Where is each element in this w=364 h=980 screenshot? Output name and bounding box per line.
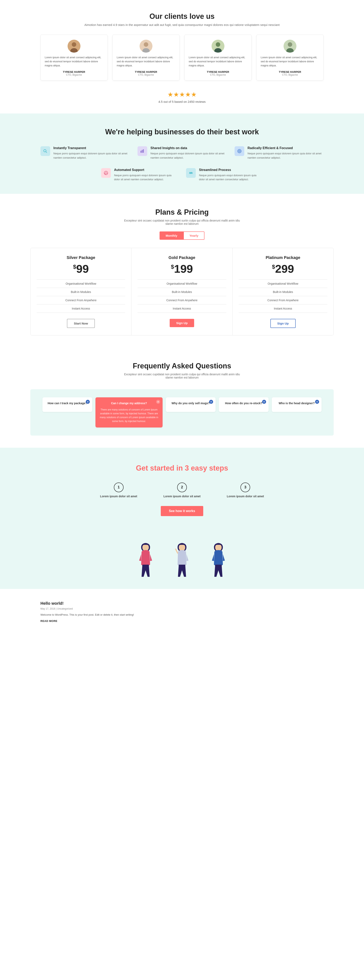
svg-rect-14 xyxy=(141,151,141,153)
step-text: Lorem ipsum dolor sit amet xyxy=(164,495,200,498)
testimonial-role: CTO, Bigacme xyxy=(45,73,103,76)
step-item: 2 Lorem ipsum dolor sit amet xyxy=(154,482,210,498)
testimonial-name: TYRESE HARPER xyxy=(189,70,247,73)
feature-text: Neque porro quisquam esqui dolorem ipsum… xyxy=(248,151,324,160)
pricing-features: Organisational Workflow Built-in Modules… xyxy=(37,279,125,313)
svg-rect-15 xyxy=(142,150,143,153)
plus-icon[interactable]: + xyxy=(156,400,160,404)
feature-item: Instant Access xyxy=(138,304,226,313)
helping-title: We're helping businesses do their best w… xyxy=(40,128,324,136)
feature-icon xyxy=(186,168,196,178)
feature-icon xyxy=(235,146,244,156)
person-avatar-3 xyxy=(208,540,229,577)
svg-point-10 xyxy=(288,42,292,47)
clients-section: Our clients love us Aimotion has earned … xyxy=(0,0,364,113)
feature-item: Built-in Modules xyxy=(138,288,226,296)
chart-icon xyxy=(140,149,145,154)
blog-section: Hello world! May 17, 2018 | Uncategorize… xyxy=(0,589,364,635)
feature-item: Organisational Workflow xyxy=(138,280,226,288)
pricing-title: Plans & Pricing xyxy=(30,208,334,216)
blog-post: Hello world! May 17, 2018 | Uncategorize… xyxy=(40,601,324,623)
feature-title: Streamlined Process xyxy=(199,168,263,172)
blog-post-meta: May 17, 2018 | Uncategorized xyxy=(40,607,324,611)
plus-icon[interactable]: + xyxy=(315,400,319,404)
faq-question: How can I track my package? xyxy=(46,401,89,406)
pricing-card-gold: Gold Package $199 Organisational Workflo… xyxy=(132,248,232,335)
testimonial-text: Lorem ipsum dolor sit amet consect adipi… xyxy=(45,56,103,68)
rating-text: 4.5 out of 5 based on 2450 reviews xyxy=(40,100,324,103)
step-item: 3 Lorem ipsum dolor sit amet xyxy=(218,482,273,498)
feature-item: Radically Efficient & Focused Neque porr… xyxy=(235,146,324,160)
faq-question: Why do you only sell mugs? xyxy=(169,401,212,406)
pricing-section: Plans & Pricing Excepteur sint occaec cu… xyxy=(0,194,364,348)
step-text: Lorem ipsum dolor sit amet xyxy=(227,495,264,498)
avatars-row xyxy=(30,540,334,577)
monthly-toggle[interactable]: Monthly xyxy=(159,231,183,240)
svg-point-12 xyxy=(44,150,46,152)
feature-item: Instantly Transparent Neque porro quisqu… xyxy=(40,146,129,160)
feature-item: Instant Access xyxy=(238,304,327,313)
feature-text: Neque porro quisquam esqui dolorem ipsum… xyxy=(53,151,129,160)
signup-platinum-button[interactable]: Sign Up xyxy=(270,319,296,328)
plan-price: $199 xyxy=(138,263,226,275)
plan-price: $299 xyxy=(238,263,327,275)
svg-point-19 xyxy=(239,151,240,151)
faq-card[interactable]: + How can I track my package? xyxy=(43,397,92,412)
clients-title: Our clients love us xyxy=(40,12,324,21)
plus-icon[interactable]: + xyxy=(86,400,90,404)
step-item: 1 Lorem ipsum dolor sit amet xyxy=(91,482,146,498)
svg-point-7 xyxy=(216,42,220,47)
avatar xyxy=(283,40,296,52)
feature-item: Organisational Workflow xyxy=(37,280,125,288)
get-started-section: Get started in 3 easy steps 1 Lorem ipsu… xyxy=(0,448,364,589)
search-icon xyxy=(43,149,48,154)
faq-card[interactable]: + Why do you only sell mugs? xyxy=(166,397,216,412)
process-icon xyxy=(189,170,193,175)
faq-question: How often do you re-stock? xyxy=(222,401,265,406)
yearly-toggle[interactable]: Yearly xyxy=(183,231,205,240)
start-now-button[interactable]: Start Now xyxy=(67,319,95,328)
faq-cards: + How can I track my package? + Can I ch… xyxy=(30,389,334,435)
testimonial-text: Lorem ipsum dolor sit amet consect adipi… xyxy=(117,56,175,68)
pricing-cards: Silver Package $99 Organisational Workfl… xyxy=(30,248,334,336)
feature-item: Organisational Workflow xyxy=(238,280,327,288)
testimonial-role: CTO, Bigacme xyxy=(117,73,175,76)
feature-item: Built-in Modules xyxy=(238,288,327,296)
support-icon xyxy=(103,170,108,175)
feature-title: Automated Support xyxy=(114,168,178,172)
get-started-title: Get started in 3 easy steps xyxy=(30,464,334,473)
testimonial-name: TYRESE HARPER xyxy=(261,70,319,73)
testimonial-role: CTO, Bigacme xyxy=(261,73,319,76)
blog-post-text: Welcome to WordPress. This is your first… xyxy=(40,613,324,617)
faq-card-active[interactable]: + Can I change my address? There are man… xyxy=(95,397,162,427)
testimonial-card: Lorem ipsum dolor sit amet consect adipi… xyxy=(256,35,324,81)
svg-rect-16 xyxy=(143,149,144,153)
clients-subtitle: Aimotion has earned 4.9 stars in the asp… xyxy=(40,23,324,27)
feature-item: Streamlined Process Neque porro quisquam… xyxy=(186,168,263,182)
step-number: 2 xyxy=(177,482,187,492)
faq-card[interactable]: + How often do you re-stock? xyxy=(219,397,269,412)
pricing-features: Organisational Workflow Built-in Modules… xyxy=(138,279,226,313)
testimonial-text: Lorem ipsum dolor sit amet consect adipi… xyxy=(189,56,247,68)
plus-icon[interactable]: + xyxy=(262,400,266,404)
read-more-link[interactable]: READ MORE xyxy=(40,619,57,622)
see-how-button[interactable]: See how it works xyxy=(161,506,203,516)
features-grid: Instantly Transparent Neque porro quisqu… xyxy=(40,146,324,160)
stars-row: ★★★★★ xyxy=(40,91,324,98)
faq-question: Can I change my address? xyxy=(99,401,159,406)
svg-line-13 xyxy=(46,152,47,153)
feature-text: Neque porro quisquam esqui dolorem ipsum… xyxy=(151,151,226,160)
plan-price: $99 xyxy=(37,263,125,275)
plus-icon[interactable]: + xyxy=(209,400,213,404)
feature-icon xyxy=(138,146,147,156)
faq-question: Who is the head designer? xyxy=(275,401,318,406)
features-row2: Automated Support Neque porro quisquam e… xyxy=(101,168,263,182)
faq-card[interactable]: + Who is the head designer? xyxy=(272,397,321,412)
feature-item: Connect From Anywhere xyxy=(238,296,327,304)
pricing-card-silver: Silver Package $99 Organisational Workfl… xyxy=(30,248,132,335)
plan-name: Gold Package xyxy=(138,255,226,260)
testimonial-text: Lorem ipsum dolor sit amet consect adipi… xyxy=(261,56,319,68)
testimonial-card: Lorem ipsum dolor sit amet consect adipi… xyxy=(184,35,251,81)
signup-gold-button[interactable]: Sign Up xyxy=(170,319,194,327)
avatar xyxy=(68,40,81,52)
